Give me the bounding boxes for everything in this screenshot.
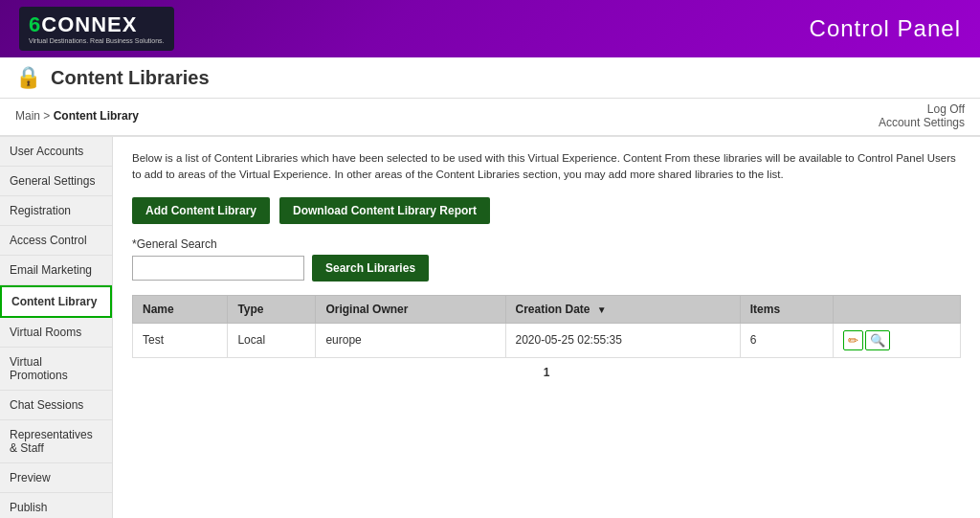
- page-1-link[interactable]: 1: [544, 366, 550, 379]
- description-text: Below is a list of Content Libraries whi…: [132, 150, 961, 184]
- lock-icon: 🔒: [15, 65, 41, 90]
- sidebar-item-registration[interactable]: Registration: [0, 196, 112, 226]
- cell-actions: ✏🔍: [833, 323, 960, 357]
- breadcrumb-current: Content Library: [54, 109, 139, 123]
- table-row: TestLocaleurope2020-05-25 02:55:356✏🔍: [133, 323, 961, 357]
- sort-arrow: ▼: [597, 304, 607, 315]
- page-title: Content Libraries: [51, 67, 210, 89]
- sub-header: 🔒 Content Libraries: [0, 57, 980, 99]
- app-header: 6CONNEX Virtual Destinations. Real Busin…: [0, 0, 980, 57]
- table-header-row: Name Type Original Owner Creation Date ▼…: [133, 295, 961, 323]
- search-row: Search Libraries: [132, 255, 961, 282]
- breadcrumb-bar: Main > Content Library Log Off Account S…: [0, 99, 980, 137]
- search-section: *General Search Search Libraries: [132, 237, 961, 282]
- sidebar-item-chat-sessions[interactable]: Chat Sessions: [0, 391, 112, 420]
- col-original-owner: Original Owner: [316, 295, 505, 323]
- sidebar-item-virtual-rooms[interactable]: Virtual Rooms: [0, 318, 112, 348]
- breadcrumb-main[interactable]: Main: [15, 109, 40, 123]
- cell-name: Test: [133, 323, 228, 357]
- search-input[interactable]: [132, 256, 304, 281]
- search-label: *General Search: [132, 237, 961, 251]
- sidebar-item-access-control[interactable]: Access Control: [0, 226, 112, 256]
- col-type: Type: [228, 295, 316, 323]
- sidebar-item-general-settings[interactable]: General Settings: [0, 167, 112, 196]
- breadcrumb-separator: >: [43, 109, 53, 123]
- col-actions: [833, 295, 960, 323]
- control-panel-title: Control Panel: [810, 15, 961, 42]
- col-items: Items: [740, 295, 833, 323]
- cell-items: 6: [740, 323, 833, 357]
- button-row: Add Content Library Download Content Lib…: [132, 197, 961, 224]
- search-libraries-button[interactable]: Search Libraries: [312, 255, 429, 282]
- sidebar-item-representatives-staff[interactable]: Representatives & Staff: [0, 420, 112, 463]
- log-off-link[interactable]: Log Off: [879, 102, 965, 116]
- logo-box: 6CONNEX Virtual Destinations. Real Busin…: [19, 7, 174, 51]
- cell-date: 2020-05-25 02:55:35: [505, 323, 740, 357]
- sidebar-item-user-accounts[interactable]: User Accounts: [0, 137, 112, 167]
- content-libraries-table: Name Type Original Owner Creation Date ▼…: [132, 295, 961, 358]
- sidebar-item-email-marketing[interactable]: Email Marketing: [0, 256, 112, 285]
- download-report-button[interactable]: Download Content Library Report: [279, 197, 490, 224]
- view-button[interactable]: 🔍: [865, 330, 890, 350]
- sidebar-item-virtual-promotions[interactable]: Virtual Promotions: [0, 348, 112, 391]
- add-content-library-button[interactable]: Add Content Library: [132, 197, 270, 224]
- cell-owner: europe: [316, 323, 505, 357]
- pagination: 1: [132, 358, 961, 387]
- logo-subtitle: Virtual Destinations. Real Business Solu…: [29, 37, 165, 45]
- sidebar: User AccountsGeneral SettingsRegistratio…: [0, 137, 113, 518]
- logo-area: 6CONNEX Virtual Destinations. Real Busin…: [19, 7, 174, 51]
- breadcrumb: Main > Content Library: [15, 109, 139, 123]
- sidebar-item-preview[interactable]: Preview: [0, 463, 112, 493]
- content-area: Below is a list of Content Libraries whi…: [113, 137, 980, 518]
- account-settings-link[interactable]: Account Settings: [879, 116, 965, 129]
- main-layout: User AccountsGeneral SettingsRegistratio…: [0, 137, 980, 518]
- sidebar-item-publish[interactable]: Publish: [0, 493, 112, 518]
- col-name: Name: [133, 295, 228, 323]
- col-creation-date[interactable]: Creation Date ▼: [505, 295, 740, 323]
- sidebar-item-content-library[interactable]: Content Library: [0, 285, 112, 318]
- cell-type: Local: [228, 323, 316, 357]
- account-links: Log Off Account Settings: [879, 102, 965, 129]
- edit-button[interactable]: ✏: [843, 330, 863, 350]
- logo-text: 6CONNEX: [29, 12, 137, 37]
